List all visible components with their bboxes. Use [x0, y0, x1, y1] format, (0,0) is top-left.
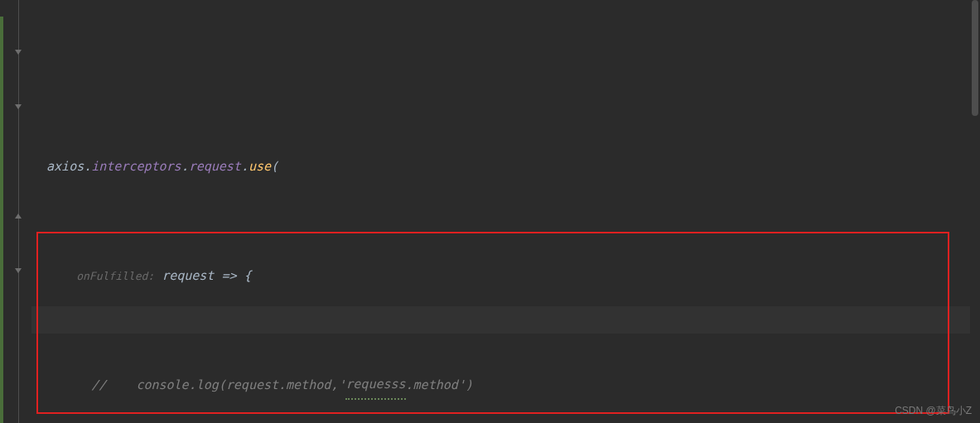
code-line[interactable]: onFulfilled: request => {	[31, 262, 980, 290]
token-punct: => {	[214, 262, 251, 290]
token-param: request	[162, 262, 214, 290]
fold-toggle-icon[interactable]	[13, 266, 23, 276]
watermark: CSDN @菜鸟小Z	[895, 404, 972, 418]
fold-toggle-icon[interactable]	[13, 211, 23, 221]
code-line[interactable]: // console.log(request.method,'requesss.…	[31, 372, 980, 399]
current-line-highlight	[31, 306, 980, 334]
token-property: request	[189, 153, 241, 180]
scrollbar-thumb[interactable]	[972, 0, 978, 116]
fold-toggle-icon[interactable]	[13, 102, 23, 112]
gutter	[0, 0, 31, 423]
vertical-scrollbar[interactable]	[970, 0, 980, 423]
inlay-hint: onFulfilled:	[76, 262, 154, 290]
token-punct: (	[271, 153, 278, 180]
code-line[interactable]: axios.interceptors.request.use(	[31, 153, 980, 180]
fold-toggle-icon[interactable]	[13, 47, 23, 57]
code-area[interactable]: axios.interceptors.request.use( onFulfil…	[31, 0, 980, 423]
token-method: use	[249, 153, 271, 180]
token-comment: requesss	[345, 371, 405, 400]
code-editor[interactable]: axios.interceptors.request.use( onFulfil…	[0, 0, 980, 423]
token-comment: // console.log(request.method,'	[91, 372, 345, 399]
token-identifier: axios	[46, 153, 84, 180]
token-property: interceptors	[91, 153, 181, 180]
token-comment: .method')	[406, 372, 473, 399]
vcs-change-marker	[0, 17, 3, 423]
